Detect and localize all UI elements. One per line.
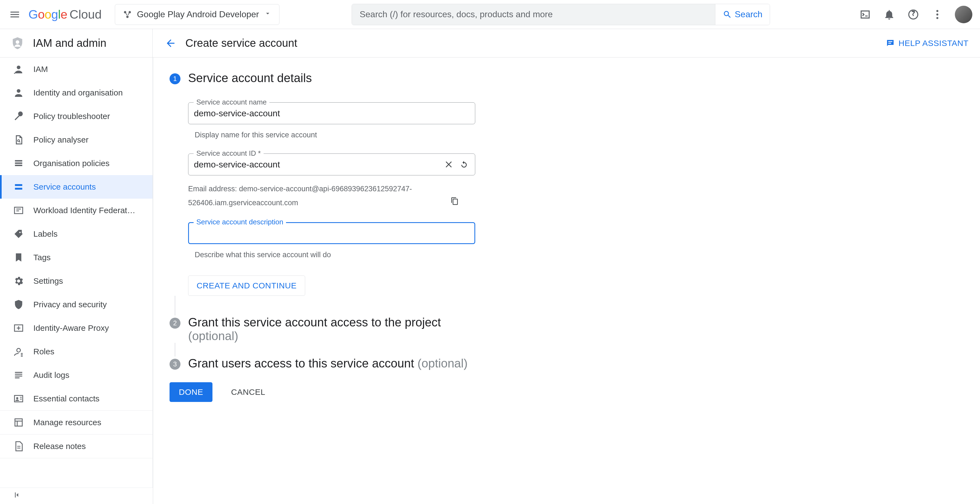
sidebar-item-tags[interactable]: Tags [0,246,153,269]
service-account-description-hint: Describe what this service account will … [195,250,475,259]
topbar-actions [859,6,972,23]
cancel-button[interactable]: CANCEL [224,382,272,402]
analyser-icon [13,134,24,145]
sidebar-item-label: Workload Identity Federat… [33,206,135,215]
step-1: 1 Service account details Service accoun… [170,71,964,296]
sidebar-bottom [0,488,153,504]
service-account-id-label: Service account ID * [194,149,264,158]
tag-icon [13,228,24,239]
service-account-name-field: Service account name [188,102,475,124]
step-1-form: Service account name Display name for th… [188,95,475,296]
create-and-continue-button[interactable]: CREATE AND CONTINUE [188,276,305,296]
notes-icon [13,441,24,452]
sidebar-item-roles[interactable]: Roles [0,340,153,364]
search-bar: Search [352,4,770,25]
cloud-wordmark: Cloud [70,7,102,22]
page-title: Create service account [185,37,297,49]
svg-point-11 [16,397,18,399]
help-icon [907,8,919,21]
hamburger-menu[interactable] [8,7,22,22]
contacts-icon [13,393,24,404]
cloud-shell-button[interactable] [859,8,872,21]
done-button[interactable]: DONE [170,382,212,402]
sidebar-item-policy-analyser[interactable]: Policy analyser [0,128,153,152]
wrench-icon [13,111,24,122]
search-button-label: Search [735,9,762,19]
service-account-description-field: Service account description [188,222,475,244]
terminal-icon [859,8,871,21]
resources-icon [13,417,24,428]
sidebar-item-label: Release notes [33,442,86,451]
close-icon [445,160,454,169]
sidebar-item-release-notes[interactable]: Release notes [0,434,153,458]
sidebar-item-settings[interactable]: Settings [0,269,153,293]
form-actions: DONE CANCEL [170,382,964,402]
iam-icon [13,64,24,75]
clear-id-button[interactable] [444,159,455,170]
project-name: Google Play Android Developer [137,9,259,19]
sidebar-item-organisation-policies[interactable]: Organisation policies [0,152,153,175]
svg-point-2 [126,16,129,18]
sidebar-item-identity-and-organisation[interactable]: Identity and organisation [0,81,153,105]
more-button[interactable] [931,8,944,21]
svg-point-7 [17,89,20,93]
main-content: 1 Service account details Service accoun… [153,57,980,504]
sidebar-item-essential-contacts[interactable]: Essential contacts [0,387,153,410]
shield-icon [13,299,24,310]
sidebar-item-label: Manage resources [33,418,101,427]
sidebar-item-identity-aware-proxy[interactable]: Identity-Aware Proxy [0,316,153,340]
sidebar-item-label: Tags [33,253,51,262]
bookmark-icon [13,252,24,263]
search-input[interactable] [352,4,715,25]
help-assistant-button[interactable]: HELP ASSISTANT [885,38,969,48]
help-button[interactable] [907,8,920,21]
account-avatar[interactable] [955,6,972,23]
back-button[interactable] [164,37,177,50]
sidebar-item-workload-identity-federat[interactable]: Workload Identity Federat… [0,199,153,222]
sidebar-item-policy-troubleshooter[interactable]: Policy troubleshooter [0,105,153,128]
subheader: IAM and admin Create service account HEL… [0,29,980,57]
menu-icon [9,9,21,20]
notifications-button[interactable] [883,8,896,21]
list-icon [13,158,24,169]
service-account-description-label: Service account description [194,218,286,226]
sidebar-item-audit-logs[interactable]: Audit logs [0,364,153,387]
proxy-icon [13,322,24,333]
collapse-sidebar-button[interactable] [13,491,22,501]
search-button[interactable]: Search [715,4,770,25]
sidebar-item-label: Settings [33,276,63,285]
arrow-left-icon [165,37,177,49]
chevron-left-bar-icon [13,491,22,499]
service-account-name-hint: Display name for this service account [195,131,475,139]
lines-icon [13,370,24,381]
sidebar-item-label: IAM [33,65,48,74]
product-header: IAM and admin [0,29,153,57]
step-3: 3 Grant users access to this service acc… [170,357,964,370]
sidebar-item-labels[interactable]: Labels [0,222,153,246]
sidebar-item-label: Policy analyser [33,135,89,145]
sidebar-item-label: Labels [33,229,57,239]
sidebar-item-label: Identity-Aware Proxy [33,324,109,333]
step-2: 2 Grant this service account access to t… [170,316,964,343]
svg-point-9 [16,185,17,185]
project-icon [123,10,132,19]
sidebar-item-service-accounts[interactable]: Service accounts [0,175,153,199]
copy-email-button[interactable] [450,196,459,210]
sidebar-item-label: Essential contacts [33,394,100,403]
project-picker[interactable]: Google Play Android Developer [115,4,280,25]
bell-icon [883,8,895,21]
chevron-down-icon [264,10,272,19]
sidebar-item-iam[interactable]: IAM [0,57,153,81]
step-3-title: Grant users access to this service accou… [188,357,964,370]
service-account-id-field: Service account ID * [188,153,475,175]
sidebar-item-label: Identity and organisation [33,88,123,97]
sidebar-item-manage-resources[interactable]: Manage resources [0,411,153,434]
step-1-title: Service account details [188,71,964,85]
sidebar-item-label: Service accounts [33,182,96,191]
refresh-icon [460,160,469,169]
svg-point-5 [936,17,938,19]
regenerate-id-button[interactable] [458,159,469,170]
google-cloud-logo[interactable]: Google Cloud [29,7,102,22]
sidebar-item-privacy-and-security[interactable]: Privacy and security [0,293,153,316]
sidebar-nav: IAMIdentity and organisationPolicy troub… [0,57,153,488]
